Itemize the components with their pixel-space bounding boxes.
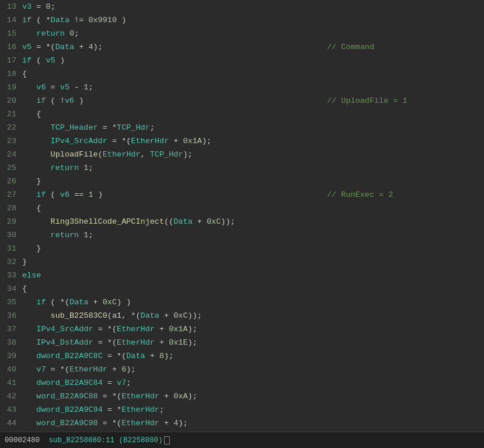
- line-number: 40: [0, 365, 22, 374]
- line-number: 17: [0, 56, 22, 65]
- table-row: 20 if ( !v6 )// UploadFile = 1: [0, 94, 484, 107]
- comment: // Command: [327, 43, 374, 51]
- code-view: 13v3 = 0;14if ( *Data != 0x9910 )15 retu…: [0, 0, 484, 432]
- table-row: 37 IPv4_SrcAddr = *(EtherHdr + 0x1A);: [0, 322, 484, 336]
- line-number: 25: [0, 164, 22, 172]
- line-content: return 1;: [22, 231, 93, 239]
- line-number: 26: [0, 177, 22, 186]
- status-bar: 00002480 sub_B2258080:11 (B2258080): [0, 432, 484, 448]
- line-content: Ring3ShellCode_APCInject((Data + 0xC));: [22, 217, 235, 226]
- line-number: 42: [0, 392, 22, 401]
- table-row: 38 IPv4_DstAddr = *(EtherHdr + 0x1E);: [0, 336, 484, 349]
- table-row: 43 dword_B22A9C94 = *EtherHdr;: [0, 403, 484, 416]
- table-row: 25 return 1;: [0, 161, 484, 175]
- line-number: 22: [0, 123, 22, 132]
- line-number: 23: [0, 137, 22, 145]
- line-content: TCP_Header = *TCP_Hdr;: [22, 123, 155, 132]
- line-number: 21: [0, 110, 22, 119]
- line-content: return 1;: [22, 164, 93, 172]
- line-number: 36: [0, 311, 22, 320]
- line-number: 29: [0, 217, 22, 226]
- line-content: v5 = *(Data + 4);: [22, 43, 103, 51]
- line-number: 35: [0, 298, 22, 307]
- table-row: 27 if ( v6 == 1 )// RunExec = 2: [0, 188, 484, 202]
- line-number: 14: [0, 16, 22, 25]
- line-number: 44: [0, 419, 22, 428]
- line-content: {: [22, 284, 27, 293]
- table-row: 14if ( *Data != 0x9910 ): [0, 13, 484, 27]
- line-number: 20: [0, 96, 22, 105]
- table-row: 32}: [0, 255, 484, 269]
- line-content: }: [22, 244, 41, 253]
- table-row: 16v5 = *(Data + 4);// Command: [0, 40, 484, 54]
- table-row: 23 IPv4_SrcAddr = *(EtherHdr + 0x1A);: [0, 134, 484, 148]
- line-content: {: [22, 110, 41, 119]
- table-row: 39 dword_B22A9C8C = *(Data + 8);: [0, 349, 484, 363]
- status-sub: sub_B2258080:11 (B2258080): [49, 436, 163, 444]
- line-content: IPv4_SrcAddr = *(EtherHdr + 0x1A);: [22, 325, 197, 334]
- line-number: 15: [0, 29, 22, 38]
- line-content: IPv4_SrcAddr = *(EtherHdr + 0x1A);: [22, 137, 211, 145]
- line-number: 37: [0, 325, 22, 334]
- table-row: 34{: [0, 282, 484, 296]
- line-number: 13: [0, 2, 22, 11]
- table-row: 35 if ( *(Data + 0xC) ): [0, 296, 484, 309]
- comment: // UploadFile = 1: [327, 96, 408, 105]
- table-row: 17if ( v5 ): [0, 54, 484, 67]
- line-content: v7 = *(EtherHdr + 6);: [22, 365, 135, 374]
- table-row: 19 v6 = v5 - 1;: [0, 81, 484, 94]
- table-row: 24 UploadFile(EtherHdr, TCP_Hdr);: [0, 148, 484, 161]
- line-number: 24: [0, 150, 22, 159]
- table-row: 28 {: [0, 202, 484, 215]
- table-row: 21 {: [0, 107, 484, 121]
- table-row: 13v3 = 0;: [0, 0, 484, 13]
- line-content: {: [22, 204, 41, 213]
- line-content: dword_B22A9C84 = v7;: [22, 378, 131, 387]
- status-address: 00002480: [5, 436, 40, 444]
- line-number: 19: [0, 83, 22, 92]
- line-content: if ( !v6 ): [22, 96, 83, 105]
- line-number: 38: [0, 338, 22, 347]
- line-number: 16: [0, 43, 22, 51]
- line-number: 27: [0, 190, 22, 199]
- line-number: 33: [0, 271, 22, 280]
- table-row: 22 TCP_Header = *TCP_Hdr;: [0, 121, 484, 134]
- table-row: 42 word_B22A9C88 = *(EtherHdr + 0xA);: [0, 390, 484, 403]
- table-row: 18{: [0, 67, 484, 81]
- line-content: UploadFile(EtherHdr, TCP_Hdr);: [22, 150, 193, 159]
- line-number: 41: [0, 378, 22, 387]
- line-content: }: [22, 177, 41, 186]
- line-content: sub_B22583C0(a1, *(Data + 0xC));: [22, 311, 202, 320]
- line-content: if ( v6 == 1 ): [22, 190, 103, 199]
- line-content: else: [22, 271, 41, 280]
- line-number: 18: [0, 70, 22, 78]
- line-content: if ( v5 ): [22, 56, 65, 65]
- line-number: 43: [0, 405, 22, 414]
- line-number: 39: [0, 352, 22, 360]
- table-row: 36 sub_B22583C0(a1, *(Data + 0xC));: [0, 309, 484, 322]
- comment: // RunExec = 2: [327, 190, 393, 199]
- table-row: 40 v7 = *(EtherHdr + 6);: [0, 363, 484, 376]
- line-content: {: [22, 70, 27, 78]
- line-number: 32: [0, 258, 22, 266]
- line-content: dword_B22A9C94 = *EtherHdr;: [22, 405, 164, 414]
- line-content: }: [22, 258, 27, 266]
- line-content: word_B22A9C88 = *(EtherHdr + 0xA);: [22, 392, 197, 401]
- line-content: if ( *Data != 0x9910 ): [22, 16, 126, 25]
- line-content: IPv4_DstAddr = *(EtherHdr + 0x1E);: [22, 338, 197, 347]
- line-content: word_B22A9C98 = *(EtherHdr + 4);: [22, 419, 188, 428]
- line-number: 28: [0, 204, 22, 213]
- line-content: return 0;: [22, 29, 79, 38]
- line-content: dword_B22A9C8C = *(Data + 8);: [22, 352, 173, 360]
- table-row: 44 word_B22A9C98 = *(EtherHdr + 4);: [0, 416, 484, 430]
- table-row: 29 Ring3ShellCode_APCInject((Data + 0xC)…: [0, 215, 484, 228]
- line-number: 31: [0, 244, 22, 253]
- line-number: 34: [0, 284, 22, 293]
- line-content: if ( *(Data + 0xC) ): [22, 298, 131, 307]
- line-number: 30: [0, 231, 22, 239]
- line-content: v6 = v5 - 1;: [22, 83, 93, 92]
- table-row: 30 return 1;: [0, 228, 484, 242]
- table-row: 33else: [0, 269, 484, 282]
- line-content: v3 = 0;: [22, 2, 55, 11]
- table-row: 26 }: [0, 175, 484, 188]
